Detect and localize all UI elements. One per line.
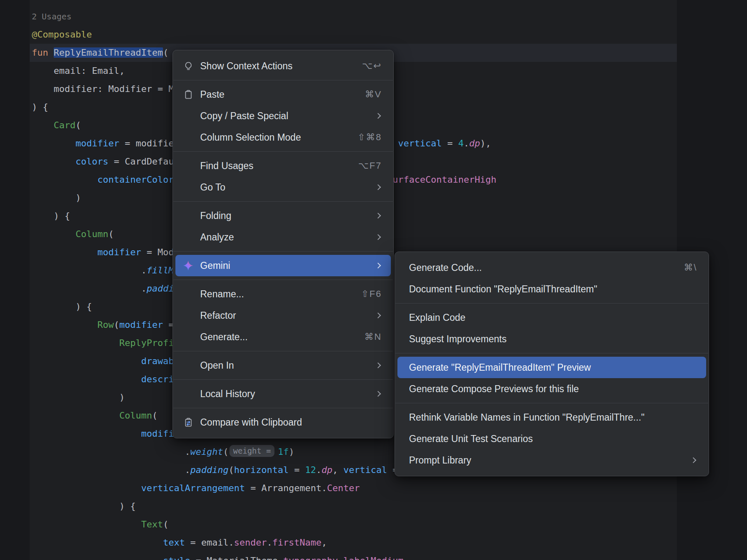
menu-item-label: Show Context Actions [200,61,293,72]
code-token: ) { [32,301,92,312]
icon-slot-empty [183,132,194,143]
code-token: ( [223,447,229,457]
menu-shortcut: ⇧F6 [361,289,382,299]
menu-item-rethink-variable-names-in-function-replyemailthre[interactable]: Rethink Variable Names in Function "Repl… [397,407,706,428]
menu-item-label: Document Function "ReplyEmailThreadItem" [409,284,597,295]
code-token: ( [152,410,157,421]
menu-item-generate-code[interactable]: Generate Code...⌘\ [397,257,706,278]
menu-item-refactor[interactable]: Refactor [175,305,391,326]
menu-item-label: Paste [200,89,225,100]
menu-item-analyze[interactable]: Analyze [175,226,391,248]
code-token: @Composable [32,29,92,40]
code-token: Column [76,229,108,239]
code-token: . [32,283,147,294]
menu-item-local-history[interactable]: Local History [175,383,391,405]
code-line[interactable]: verticalArrangement = Arrangement.Center [32,479,496,497]
code-line[interactable]: text = email.sender.firstName, [32,534,496,552]
menu-shortcut: ⌥F7 [358,160,382,171]
inlay-hint: weight = [229,445,275,457]
code-token: = Arrangement. [245,483,327,493]
menu-shortcut: ⌘\ [684,262,697,273]
menu-item-label: Rethink Variable Names in Function "Repl… [409,412,645,423]
menu-separator [173,408,393,408]
menu-item-label: Suggest Improvements [409,334,507,345]
menu-item-label: Folding [200,210,231,221]
code-token [32,120,54,130]
menu-item-document-function-replyemailthreaditem[interactable]: Document Function "ReplyEmailThreadItem" [397,278,706,300]
code-token [32,374,141,384]
menu-item-generate-compose-previews-for-this-file[interactable]: Generate Compose Previews for this file [397,378,706,400]
code-token: Column [119,410,152,421]
chevron-right-icon [375,263,381,268]
code-line[interactable]: @Composable [32,26,496,44]
menu-item-generate-replyemailthreaditem-preview[interactable]: Generate "ReplyEmailThreadItem" Preview [397,357,706,378]
icon-slot-empty [183,310,194,321]
menu-item-go-to[interactable]: Go To [175,176,391,198]
code-token: Text [141,519,163,529]
code-token: = [289,465,305,475]
code-token [32,229,76,239]
chevron-right-icon [375,313,381,318]
icon-slot-empty [183,210,194,221]
code-token: horizontal [234,465,288,475]
menu-item-label: Refactor [200,310,236,321]
context-menu: Show Context Actions⌥↩Paste⌘VCopy / Past… [173,50,394,438]
menu-item-generate[interactable]: Generate...⌘N [175,326,391,348]
menu-separator [395,303,708,304]
menu-item-compare-with-clipboard[interactable]: Compare with Clipboard [175,412,391,433]
menu-item-suggest-improvements[interactable]: Suggest Improvements [397,328,706,350]
code-token: typography [283,555,338,560]
code-token: vertical [343,465,387,475]
code-line[interactable]: style = MaterialTheme.typography.labelMe… [32,552,496,560]
code-token: verticalArrangement [141,483,245,493]
menu-item-prompt-library[interactable]: Prompt Library [397,449,706,471]
code-line[interactable]: Text( [32,515,496,534]
gemini-submenu: Generate Code...⌘\Document Function "Rep… [395,252,709,476]
menu-shortcut: ⌥↩ [362,61,382,71]
menu-item-gemini[interactable]: Gemini [175,255,391,276]
icon-slot-empty [183,182,194,193]
menu-separator [173,379,393,380]
code-token [32,410,119,421]
menu-separator [173,280,393,280]
code-token: Center [327,483,359,493]
menu-item-copy-paste-special[interactable]: Copy / Paste Special [175,105,391,127]
code-line[interactable]: ) { [32,497,496,515]
menu-item-explain-code[interactable]: Explain Code [397,307,706,328]
menu-separator [173,251,393,252]
code-token: modifier [119,320,163,330]
code-token: Card [54,120,76,130]
code-token: sender [234,537,267,548]
menu-item-show-context-actions[interactable]: Show Context Actions⌥↩ [175,55,391,77]
menu-item-open-in[interactable]: Open In [175,355,391,376]
lightbulb-icon [183,61,194,71]
menu-item-label: Go To [200,182,225,193]
menu-separator [173,80,393,80]
menu-item-folding[interactable]: Folding [175,205,391,226]
code-token: style [163,555,190,560]
icon-slot-empty [183,232,194,242]
menu-separator [395,403,708,403]
code-line[interactable]: 2 Usages [32,7,496,26]
chevron-right-icon [690,457,696,463]
menu-item-rename[interactable]: Rename...⇧F6 [175,283,391,305]
menu-separator [173,351,393,351]
menu-item-label: Find Usages [200,160,253,172]
icon-slot-empty [183,388,194,399]
code-token: ) [32,392,125,402]
code-token: ( [229,465,234,475]
compare-clipboard-icon [183,417,194,428]
chevron-right-icon [375,234,381,240]
code-token [32,174,97,185]
menu-item-paste[interactable]: Paste⌘V [175,84,391,105]
menu-item-column-selection-mode[interactable]: Column Selection Mode⇧⌘8 [175,127,391,148]
code-token: dp [469,138,480,148]
menu-item-find-usages[interactable]: Find Usages⌥F7 [175,155,391,176]
menu-item-label: Generate Unit Test Scenarios [409,433,533,445]
code-token: , [333,465,344,475]
code-token: ( [163,47,168,58]
menu-item-generate-unit-test-scenarios[interactable]: Generate Unit Test Scenarios [397,428,706,449]
code-token [32,356,141,366]
code-token: ) [289,447,294,457]
code-token: 1f [278,447,289,457]
